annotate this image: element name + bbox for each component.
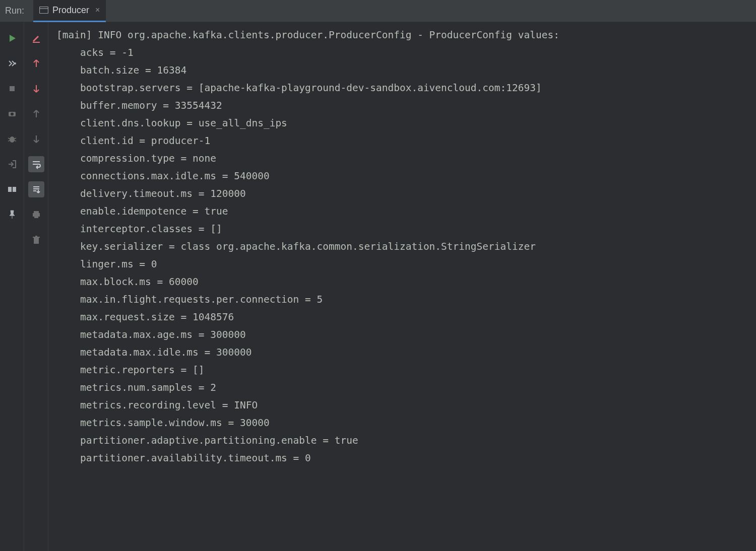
application-icon <box>39 7 48 14</box>
layout-button[interactable] <box>4 181 20 197</box>
svg-rect-19 <box>35 236 37 237</box>
stop-button[interactable] <box>4 81 20 97</box>
svg-line-9 <box>8 141 10 141</box>
down-stack-button[interactable] <box>28 81 44 97</box>
run-label: Run: <box>5 6 33 16</box>
svg-rect-11 <box>8 187 12 192</box>
svg-line-10 <box>14 141 16 141</box>
svg-rect-0 <box>40 7 48 14</box>
svg-line-7 <box>8 138 10 139</box>
edit-run-config-button[interactable] <box>28 30 44 46</box>
clear-all-button[interactable] <box>28 232 44 248</box>
debug-button[interactable] <box>4 131 20 147</box>
svg-rect-14 <box>34 211 39 213</box>
pin-button[interactable] <box>4 206 20 223</box>
up-stack-button[interactable] <box>28 55 44 72</box>
svg-point-5 <box>11 113 14 116</box>
svg-rect-17 <box>34 238 39 244</box>
run-toolbar-primary <box>0 22 24 551</box>
svg-point-2 <box>14 62 16 64</box>
svg-rect-12 <box>13 187 16 192</box>
tab-close-button[interactable]: × <box>95 6 100 15</box>
svg-line-8 <box>14 138 16 139</box>
scroll-up-button[interactable] <box>28 106 44 122</box>
soft-wrap-button[interactable] <box>28 156 44 172</box>
scroll-to-end-button[interactable] <box>28 181 44 197</box>
run-toolbar-secondary <box>24 22 48 551</box>
console-text: [main] INFO org.apache.kafka.clients.pro… <box>56 26 752 467</box>
run-tool-header: Run: Producer × <box>0 0 756 22</box>
scroll-down-button[interactable] <box>28 131 44 147</box>
svg-rect-3 <box>10 86 15 91</box>
svg-point-6 <box>10 136 15 143</box>
run-button[interactable] <box>4 30 20 46</box>
dump-threads-button[interactable] <box>4 106 20 122</box>
tab-producer[interactable]: Producer × <box>33 0 106 22</box>
exit-button[interactable] <box>4 156 20 172</box>
svg-rect-18 <box>33 237 40 238</box>
print-button[interactable] <box>28 206 44 223</box>
settings-button[interactable] <box>4 55 20 72</box>
console-output[interactable]: [main] INFO org.apache.kafka.clients.pro… <box>48 22 756 551</box>
svg-rect-16 <box>34 216 38 218</box>
tab-label: Producer <box>52 5 89 16</box>
